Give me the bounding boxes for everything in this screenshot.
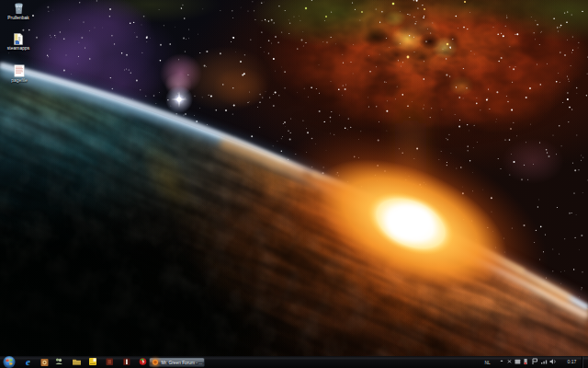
svg-text:e: e: [26, 356, 30, 367]
svg-text:NL: NL: [485, 361, 491, 365]
svg-text:Mr. Green Forum - ...: Mr. Green Forum - ...: [162, 361, 203, 365]
svg-text:0:17: 0:17: [568, 359, 577, 364]
